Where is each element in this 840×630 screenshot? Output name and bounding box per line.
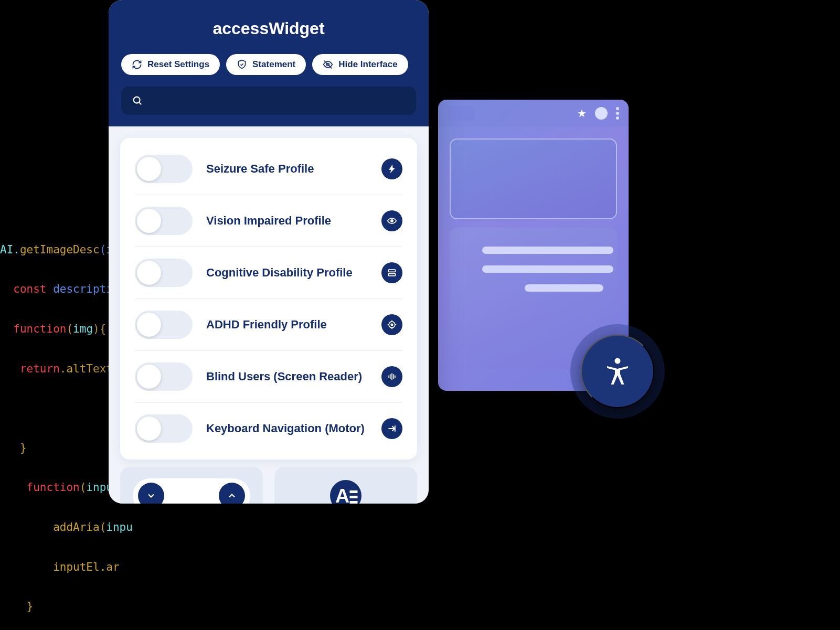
svg-rect-6 bbox=[388, 270, 395, 272]
profiles-card: Seizure Safe Profile Vision Impaired Pro… bbox=[120, 138, 417, 460]
profile-label: Blind Users (Screen Reader) bbox=[206, 370, 368, 383]
shield-icon bbox=[237, 59, 247, 70]
profile-row: Seizure Safe Profile bbox=[135, 143, 402, 195]
toggle-vision-impaired[interactable] bbox=[135, 207, 193, 235]
refresh-icon bbox=[132, 59, 142, 70]
bottom-controls-row: A bbox=[109, 467, 429, 504]
skeleton-line bbox=[525, 284, 603, 292]
search-input[interactable] bbox=[121, 87, 416, 115]
browser-tab bbox=[448, 106, 475, 121]
toggle-adhd-friendly[interactable] bbox=[135, 311, 193, 339]
svg-point-5 bbox=[391, 220, 393, 222]
profile-row: Blind Users (Screen Reader) bbox=[135, 351, 402, 403]
eye-off-icon bbox=[323, 59, 333, 70]
skeleton-line bbox=[482, 247, 613, 254]
sound-icon bbox=[381, 366, 402, 387]
profile-row: Cognitive Disability Profile bbox=[135, 247, 402, 299]
eye-icon bbox=[381, 210, 402, 231]
profile-row: Keyboard Navigation (Motor) bbox=[135, 403, 402, 454]
star-icon: ★ bbox=[577, 107, 587, 120]
widget-title: accessWidget bbox=[121, 19, 416, 38]
accessibility-fab-halo bbox=[570, 324, 665, 419]
profile-label: Vision Impaired Profile bbox=[206, 214, 368, 228]
layout-icon bbox=[381, 262, 402, 283]
stepper-card bbox=[120, 467, 263, 504]
toggle-keyboard-navigation[interactable] bbox=[135, 414, 193, 443]
svg-point-0 bbox=[615, 358, 621, 364]
chevron-down-icon bbox=[146, 490, 156, 501]
browser-hero-box bbox=[450, 138, 617, 219]
statement-button[interactable]: Statement bbox=[226, 54, 306, 75]
arrow-icon bbox=[381, 418, 402, 439]
svg-rect-7 bbox=[388, 274, 395, 276]
skeleton-line bbox=[482, 265, 613, 273]
profile-row: ADHD Friendly Profile bbox=[135, 299, 402, 351]
bolt-icon bbox=[381, 158, 402, 179]
text-mode-card: A bbox=[274, 467, 417, 504]
decrease-button[interactable] bbox=[138, 483, 164, 504]
search-icon bbox=[132, 95, 143, 106]
widget-action-row: Reset Settings Statement Hide Interface bbox=[121, 54, 416, 75]
toggle-cognitive-disability[interactable] bbox=[135, 259, 193, 287]
svg-point-9 bbox=[391, 324, 392, 325]
text-align-button[interactable]: A bbox=[330, 480, 361, 504]
avatar bbox=[595, 107, 608, 120]
svg-point-3 bbox=[134, 97, 140, 103]
text-align-icon: A bbox=[330, 480, 361, 504]
svg-text:A: A bbox=[335, 485, 349, 504]
kebab-menu-icon bbox=[616, 107, 619, 120]
profile-row: Vision Impaired Profile bbox=[135, 195, 402, 247]
svg-line-4 bbox=[139, 102, 141, 104]
browser-toolbar: ★ bbox=[438, 100, 629, 127]
profile-label: Cognitive Disability Profile bbox=[206, 266, 368, 280]
access-widget-panel: accessWidget Reset Settings Statement Hi… bbox=[109, 0, 429, 504]
profile-label: Seizure Safe Profile bbox=[206, 162, 368, 176]
increase-button[interactable] bbox=[219, 483, 245, 504]
widget-header: accessWidget Reset Settings Statement Hi… bbox=[109, 0, 429, 126]
hide-interface-button[interactable]: Hide Interface bbox=[312, 54, 408, 75]
profile-label: Keyboard Navigation (Motor) bbox=[206, 422, 368, 435]
accessibility-icon bbox=[602, 356, 633, 387]
toggle-seizure-safe[interactable] bbox=[135, 155, 193, 183]
profile-label: ADHD Friendly Profile bbox=[206, 318, 368, 332]
reset-settings-button[interactable]: Reset Settings bbox=[121, 54, 220, 75]
target-icon bbox=[381, 314, 402, 335]
accessibility-fab[interactable] bbox=[581, 335, 654, 408]
value-stepper bbox=[133, 478, 250, 504]
toggle-blind-users[interactable] bbox=[135, 362, 193, 391]
chevron-up-icon bbox=[227, 490, 237, 501]
